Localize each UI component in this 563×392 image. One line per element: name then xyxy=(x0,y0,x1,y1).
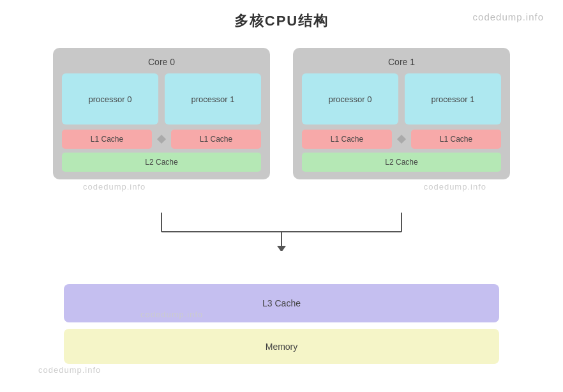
watermark-top-right: codedump.info xyxy=(473,11,544,22)
core-0-box: Core 0 processor 0 processor 1 L1 Cache … xyxy=(53,48,270,179)
watermark-mid2: codedump.info xyxy=(424,182,486,192)
connection-lines-svg xyxy=(26,213,537,251)
core-0-l2-cache: L2 Cache xyxy=(62,153,261,172)
core-0-label: Core 0 xyxy=(62,57,261,67)
core-0-processors: processor 0 processor 1 xyxy=(62,73,261,124)
watermark-mid1: codedump.info xyxy=(83,182,146,192)
core-1-processor-0: processor 0 xyxy=(302,73,398,124)
core-1-l1-cache-0: L1 Cache xyxy=(302,130,392,149)
core-1-l1-cache-1: L1 Cache xyxy=(411,130,501,149)
l3-cache-box: L3 Cache xyxy=(64,284,499,322)
memory-box: Memory xyxy=(64,329,499,364)
watermark-mid3: codedump.info xyxy=(140,310,203,319)
core-0-l1-row: L1 Cache L1 Cache xyxy=(62,130,261,149)
core-1-label: Core 1 xyxy=(302,57,501,67)
diagram-container: Core 0 processor 0 processor 1 L1 Cache … xyxy=(26,35,537,380)
cores-row: Core 0 processor 0 processor 1 L1 Cache … xyxy=(26,48,537,179)
core-0-processor-0: processor 0 xyxy=(62,73,158,124)
core-1-processors: processor 0 processor 1 xyxy=(302,73,501,124)
core-0-l1-cache-0: L1 Cache xyxy=(62,130,152,149)
core-1-diamond xyxy=(397,135,406,144)
core-0-diamond xyxy=(157,135,166,144)
watermark-bl: codedump.info xyxy=(38,365,101,375)
core-1-processor-1: processor 1 xyxy=(405,73,501,124)
core-1-l2-cache: L2 Cache xyxy=(302,153,501,172)
core-1-box: Core 1 processor 0 processor 1 L1 Cache … xyxy=(293,48,510,179)
core-1-l1-row: L1 Cache L1 Cache xyxy=(302,130,501,149)
core-0-processor-1: processor 1 xyxy=(165,73,261,124)
svg-marker-4 xyxy=(277,246,286,251)
core-0-l1-cache-1: L1 Cache xyxy=(171,130,261,149)
